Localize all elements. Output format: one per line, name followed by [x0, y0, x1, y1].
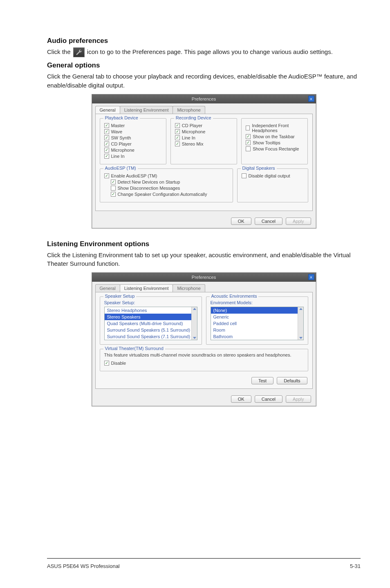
- checkbox-item[interactable]: Show Disconnection Messages: [111, 186, 229, 191]
- checkbox-label: Stereo Mix: [182, 141, 204, 146]
- text-pre: Click the: [47, 48, 72, 55]
- cancel-button[interactable]: Cancel: [255, 395, 282, 403]
- cancel-button[interactable]: Cancel: [255, 218, 282, 225]
- checkbox-item[interactable]: ✓Microphone: [104, 148, 162, 153]
- checkbox-label: Microphone: [111, 148, 134, 153]
- checkbox-item[interactable]: ✓Change Speaker Configuration Automatica…: [111, 192, 229, 197]
- tabs-row: General Listening Environment Microphone: [92, 103, 316, 114]
- checkbox-item[interactable]: ✓SW Synth: [104, 135, 162, 140]
- footer-page-number: 5-31: [350, 563, 361, 569]
- heading-general-options: General options: [47, 61, 361, 70]
- checkbox-item[interactable]: ✓Line In: [104, 154, 162, 159]
- checkbox-label: Disable digital output: [249, 173, 290, 178]
- scrollbar-icon[interactable]: [298, 307, 303, 340]
- group-playback-device: Playback Device ✓Master✓Wave✓SW Synth✓CD…: [100, 118, 166, 164]
- scrollbar-icon[interactable]: [191, 307, 197, 340]
- test-button[interactable]: Test: [251, 377, 273, 384]
- close-icon[interactable]: ×: [308, 96, 314, 102]
- checkbox-icon: ✓: [104, 123, 109, 128]
- checkbox-item[interactable]: ✓Show Tooltips: [246, 140, 303, 145]
- list-item[interactable]: Generic: [211, 314, 303, 320]
- checkbox-item[interactable]: Independent Front Headphones: [246, 123, 303, 133]
- list-item[interactable]: Padded cell: [211, 320, 303, 327]
- preferences-dialog-listening: Preferences × General Listening Environm…: [92, 272, 316, 406]
- group-digital-speakers: Digital Speakers Disable digital output: [237, 168, 308, 202]
- tab-general[interactable]: General: [95, 284, 120, 292]
- checkbox-item[interactable]: ✓CD Player: [175, 123, 233, 128]
- tab-microphone[interactable]: Microphone: [173, 106, 205, 114]
- checkbox-label: Show Disconnection Messages: [118, 186, 180, 191]
- tab-listening-environment[interactable]: Listening Environment: [120, 106, 173, 114]
- speaker-setup-listbox[interactable]: Stereo HeadphonesStereo SpeakersQuad Spe…: [104, 307, 197, 340]
- checkbox-label: Line In: [111, 154, 125, 159]
- list-item[interactable]: Stereo Speakers: [105, 314, 197, 320]
- dialog-titlebar: Preferences ×: [92, 94, 316, 103]
- close-icon[interactable]: ×: [308, 274, 314, 280]
- checkbox-label: Microphone: [182, 129, 205, 134]
- checkbox-item[interactable]: ✓Wave: [104, 129, 162, 134]
- checkbox-icon: ✓: [175, 123, 180, 128]
- legend-playback: Playback Device: [103, 115, 140, 120]
- tab-microphone[interactable]: Microphone: [173, 284, 205, 292]
- dialog-title: Preferences: [192, 97, 216, 101]
- checkbox-item[interactable]: ✓Stereo Mix: [175, 141, 233, 146]
- heading-audio-preferences: Audio preferences: [47, 37, 361, 45]
- checkbox-disable-vts[interactable]: ✓ Disable: [104, 361, 304, 366]
- checkbox-label: SW Synth: [111, 135, 131, 140]
- checkbox-icon: ✓: [104, 173, 109, 178]
- checkbox-label: Show Focus Rectangle: [253, 146, 299, 151]
- checkbox-item[interactable]: ✓Detect New Devices on Startup: [111, 180, 229, 184]
- apply-button[interactable]: Apply: [286, 395, 311, 403]
- checkbox-item[interactable]: ✓Line In: [175, 135, 233, 140]
- legend-audioesp: AudioESP (TM): [103, 166, 138, 171]
- list-item[interactable]: Surround Sound Speakers (5.1 Surround): [105, 327, 197, 333]
- ok-button[interactable]: OK: [231, 395, 251, 403]
- checkbox-icon: ✓: [246, 140, 251, 145]
- checkbox-icon: ✓: [246, 134, 251, 139]
- checkbox-label: CD Player: [111, 141, 132, 146]
- checkbox-icon: ✓: [175, 141, 180, 146]
- apply-button[interactable]: Apply: [286, 218, 311, 225]
- list-item[interactable]: Surround Sound Speakers (7.1 Surround): [105, 333, 197, 340]
- legend-vts: Virtual Theater(TM) Surround: [103, 346, 165, 351]
- tab-general[interactable]: General: [95, 106, 120, 114]
- checkbox-item[interactable]: ✓Show on the Taskbar: [246, 134, 303, 139]
- checkbox-icon: ✓: [104, 141, 109, 146]
- legend-speaker-setup: Speaker Setup: [103, 294, 137, 298]
- checkbox-icon: [246, 126, 250, 130]
- checkbox-item[interactable]: ✓Microphone: [175, 129, 233, 134]
- vts-description: This feature virtualizes multi-channel m…: [104, 352, 304, 357]
- checkbox-label: Enable AudioESP (TM): [111, 173, 157, 178]
- tabs-row: General Listening Environment Microphone: [92, 282, 316, 292]
- checkbox-item[interactable]: Disable digital output: [242, 173, 304, 178]
- checkbox-item[interactable]: ✓Enable AudioESP (TM): [104, 173, 229, 178]
- checkbox-item[interactable]: ✓CD Player: [104, 141, 162, 146]
- checkbox-label: Line In: [182, 135, 195, 140]
- checkbox-label: Wave: [111, 129, 123, 134]
- para-listening-environment: Click the Listening Environment tab to s…: [47, 251, 361, 269]
- defaults-button[interactable]: Defaults: [277, 377, 307, 384]
- checkbox-label: Show on the Taskbar: [253, 134, 295, 139]
- checkbox-icon: ✓: [175, 135, 180, 140]
- checkbox-icon: ✓: [104, 129, 109, 134]
- para-general-options: Click the General tab to choose your pla…: [47, 72, 361, 90]
- list-item[interactable]: Quad Speakers (Multi-drive Surround): [105, 320, 197, 327]
- list-item[interactable]: Stereo Headphones: [105, 307, 197, 314]
- checkbox-label: Independent Front Headphones: [252, 123, 303, 133]
- checkbox-item[interactable]: ✓Master: [104, 123, 162, 128]
- list-item[interactable]: Bathroom: [211, 333, 303, 340]
- tab-listening-environment[interactable]: Listening Environment: [120, 284, 173, 292]
- ok-button[interactable]: OK: [231, 218, 251, 225]
- checkbox-icon: ✓: [111, 180, 116, 184]
- acoustic-listbox[interactable]: (None)GenericPadded cellRoomBathroom: [211, 307, 304, 340]
- checkbox-item[interactable]: Show Focus Rectangle: [246, 146, 303, 151]
- list-item[interactable]: Room: [211, 327, 303, 333]
- group-recording-device: Recording Device ✓CD Player✓Microphone✓L…: [170, 118, 237, 164]
- checkbox-icon: ✓: [104, 361, 109, 366]
- checkbox-icon: ✓: [104, 135, 109, 140]
- checkbox-icon: ✓: [111, 192, 116, 197]
- list-item[interactable]: (None): [211, 307, 303, 314]
- checkbox-label: Master: [111, 123, 125, 128]
- checkbox-icon: [242, 173, 247, 178]
- checkbox-label: Change Speaker Configuration Automatical…: [118, 192, 207, 197]
